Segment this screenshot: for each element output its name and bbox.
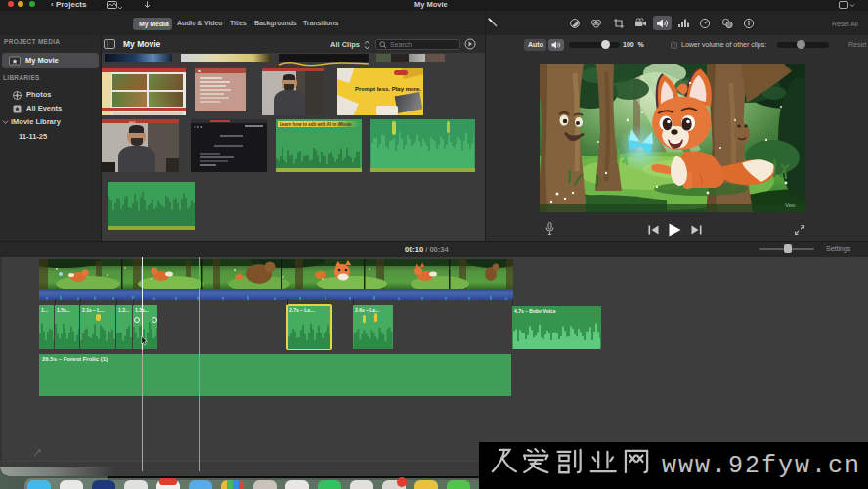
- svg-text:Veo: Veo: [785, 202, 796, 208]
